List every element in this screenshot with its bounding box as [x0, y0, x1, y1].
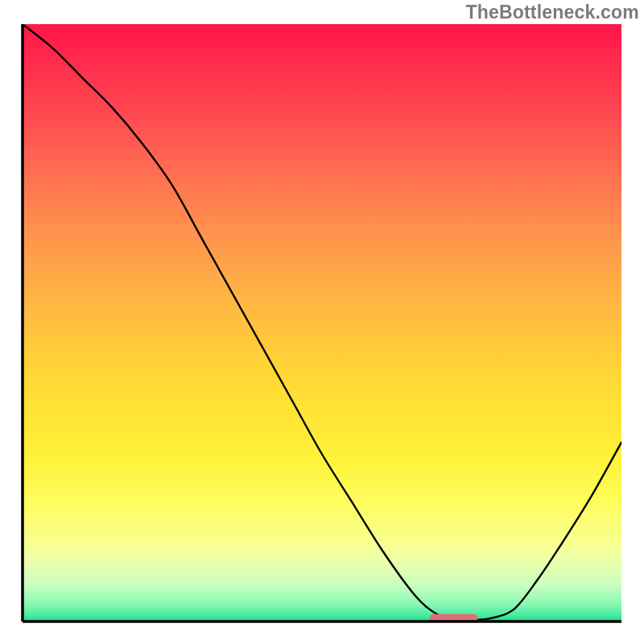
chart-container: TheBottleneck.com	[0, 0, 644, 644]
plot-gradient-background	[23, 24, 621, 621]
watermark-text: TheBottleneck.com	[465, 2, 639, 23]
